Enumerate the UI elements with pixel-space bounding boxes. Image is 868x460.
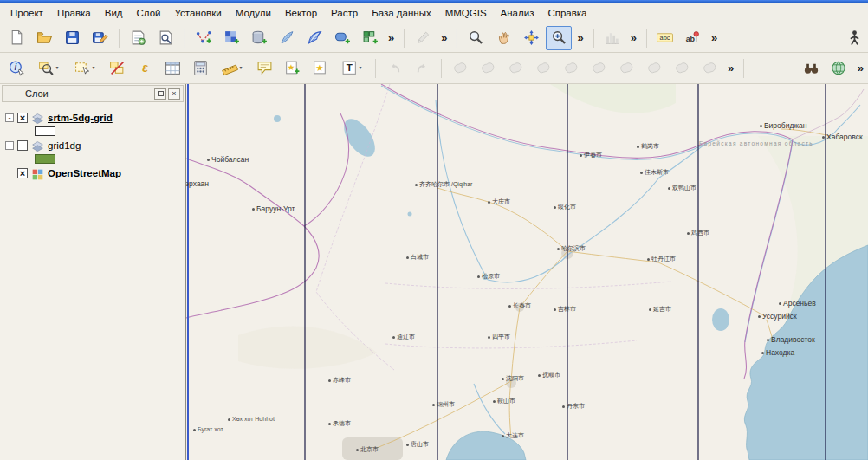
menu-plugins[interactable]: Модули <box>229 5 278 21</box>
reshape-features-button[interactable] <box>641 56 667 81</box>
select-by-expression-button[interactable]: ε <box>132 56 158 81</box>
delete-ring-button[interactable] <box>586 56 612 81</box>
toggle-editing-button[interactable] <box>410 26 436 50</box>
plugins-overflow[interactable]: » <box>853 62 868 75</box>
menu-edit[interactable]: Правка <box>50 5 98 21</box>
digitizing-overflow[interactable]: » <box>437 31 451 44</box>
search-features-button[interactable] <box>799 56 825 81</box>
add-part-button[interactable] <box>530 56 556 81</box>
save-project-as-button[interactable] <box>87 26 113 50</box>
undo-button[interactable] <box>381 56 407 81</box>
menubar: ПроектПравкаВидСлойУстановкиМодулиВектор… <box>0 3 868 23</box>
add-spatialite-layer-button[interactable] <box>274 26 300 50</box>
toolbar-separator <box>456 29 457 48</box>
layer-symbol-swatch[interactable] <box>35 154 55 164</box>
dropdown-arrow-icon[interactable]: ▼ <box>359 66 363 70</box>
layer-visibility-checkbox[interactable]: × <box>17 168 28 178</box>
navigation-overflow[interactable]: » <box>573 31 587 44</box>
zoom-full-button[interactable] <box>463 26 489 50</box>
save-project-button[interactable] <box>59 26 85 50</box>
field-calculator-button[interactable] <box>187 56 213 81</box>
new-composer-button[interactable] <box>125 26 151 50</box>
delete-part-button[interactable] <box>613 56 639 81</box>
menu-view[interactable]: Вид <box>98 5 130 21</box>
map-label-29: 赤峰市 <box>328 377 351 383</box>
identify-features-button[interactable]: i <box>3 56 29 81</box>
menu-settings[interactable]: Установки <box>168 5 229 21</box>
map-tips-button[interactable] <box>251 56 277 81</box>
menu-layer[interactable]: Слой <box>130 5 168 21</box>
cubes-icon <box>362 29 379 46</box>
rotate-feature-button[interactable] <box>447 56 473 81</box>
zoom-to-selection-button[interactable]: ▼ <box>31 56 66 81</box>
text-annotation-button[interactable]: T▼ <box>334 56 369 81</box>
open-attribute-table-button[interactable] <box>159 56 185 81</box>
zoom-in-button[interactable] <box>546 26 572 50</box>
map-label-17: 鹤岗市 <box>637 143 659 149</box>
add-mssql-layer-button[interactable] <box>329 26 355 50</box>
layer-diagram-button[interactable]: ab <box>680 26 706 50</box>
dropdown-arrow-icon[interactable]: ▼ <box>239 66 243 70</box>
menu-help[interactable]: Справка <box>541 5 593 21</box>
dropdown-arrow-icon[interactable]: ▼ <box>92 66 96 70</box>
add-postgis-layer-button[interactable] <box>301 26 327 50</box>
pan-map-button[interactable] <box>490 26 516 50</box>
composer-manager-button[interactable] <box>152 26 178 50</box>
panel-close-button[interactable]: × <box>168 88 180 100</box>
menu-project[interactable]: Проект <box>3 5 50 21</box>
layer-expander[interactable]: - <box>5 141 14 150</box>
layer-symbol-swatch[interactable] <box>35 126 55 136</box>
new-bookmark-button[interactable]: ★ <box>279 56 305 81</box>
layer-item-srtm-5dg-grid[interactable]: -×srtm-5dg-grid <box>3 110 184 125</box>
calc-icon <box>192 60 209 76</box>
advanced-digitizing-overflow[interactable]: » <box>723 62 738 75</box>
menu-mmqgis[interactable]: MMQGIS <box>438 5 494 21</box>
open-project-button[interactable] <box>31 26 57 50</box>
composer-manager-icon <box>158 29 174 46</box>
zoom-yellow-icon <box>38 60 55 76</box>
raster-overflow[interactable]: » <box>626 31 641 44</box>
layer-visibility-checkbox[interactable]: × <box>17 113 28 123</box>
main-area: Слои × -×srtm-5dg-grid-grid1dg×OpenStree… <box>0 84 868 460</box>
offset-curve-button[interactable] <box>669 56 695 81</box>
add-raster-layer-button[interactable] <box>218 26 244 50</box>
split-features-button[interactable] <box>696 56 722 81</box>
raster-histogram-button[interactable] <box>599 26 625 50</box>
menu-database[interactable]: База данных <box>365 5 438 21</box>
menu-raster[interactable]: Растр <box>324 5 365 21</box>
hand-icon <box>496 29 512 46</box>
pan-to-selection-button[interactable] <box>518 26 544 50</box>
add-wms-layer-button[interactable] <box>357 26 383 50</box>
metasearch-button[interactable] <box>826 56 852 81</box>
manage-layers-overflow[interactable]: » <box>384 31 398 44</box>
new-project-button[interactable] <box>3 26 29 50</box>
add-ring-button[interactable] <box>502 56 528 81</box>
labels-overflow[interactable]: » <box>707 31 722 44</box>
layer-label: grid1dg <box>48 140 81 151</box>
measure-button[interactable]: ▼ <box>215 56 249 81</box>
select-features-button[interactable]: ▼ <box>68 56 102 81</box>
deselect-all-button[interactable] <box>104 56 130 81</box>
menu-vector[interactable]: Вектор <box>278 5 324 21</box>
menu-analysis[interactable]: Анализ <box>494 5 541 21</box>
map-labels: БиробиджанХабаровскЕврейская автономная … <box>186 84 868 460</box>
redo-button[interactable] <box>409 56 435 81</box>
layer-item-OpenStreetMap[interactable]: ×OpenStreetMap <box>3 165 184 180</box>
dropdown-arrow-icon[interactable]: ▼ <box>55 66 60 70</box>
map-label-34: 锦州市 <box>432 401 455 407</box>
fill-ring-button[interactable] <box>558 56 584 81</box>
layer-expander[interactable]: - <box>5 113 14 122</box>
add-database-layer-button[interactable] <box>246 26 272 50</box>
label-pin-icon: ab <box>684 29 701 46</box>
layer-labeling-button[interactable]: abc <box>652 26 678 50</box>
layer-item-grid1dg[interactable]: -grid1dg <box>3 138 184 152</box>
add-vector-layer-button[interactable] <box>191 26 217 50</box>
panel-float-button[interactable] <box>154 88 166 100</box>
map-label-23: 松原市 <box>477 273 500 279</box>
gps-tools-button[interactable] <box>841 26 867 50</box>
map-label-12: 齐齐哈尔市 /Qiqihar <box>415 181 472 187</box>
layer-visibility-checkbox[interactable] <box>17 140 28 151</box>
map-canvas[interactable]: БиробиджанХабаровскЕврейская автономная … <box>186 84 868 460</box>
simplify-feature-button[interactable] <box>475 56 501 81</box>
show-bookmarks-button[interactable]: ★ <box>307 56 333 81</box>
